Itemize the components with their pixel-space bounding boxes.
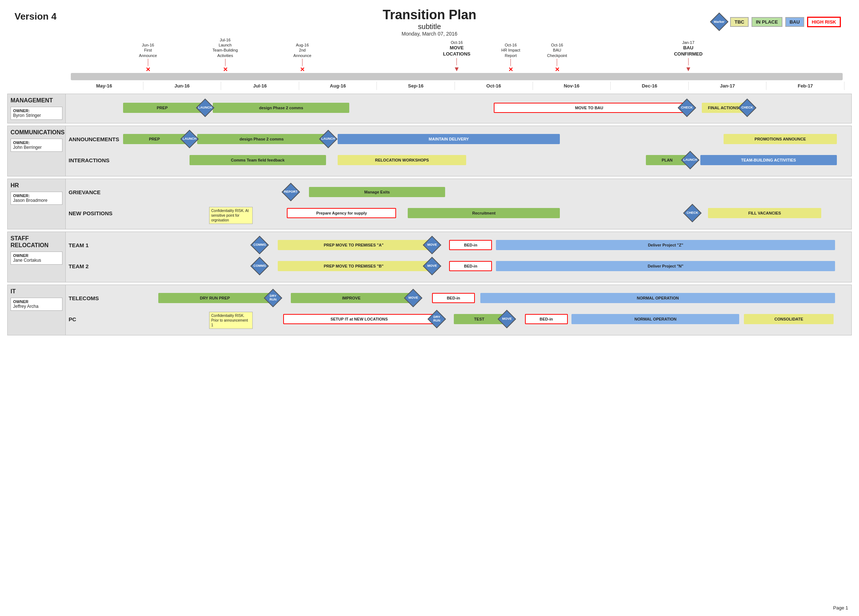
- timeline-month: Oct-16: [455, 82, 533, 90]
- section-label-hr: HROWNER:Jason Broadmore: [8, 179, 66, 229]
- gantt-bar: FILL VACANCIES: [708, 208, 821, 218]
- gantt-bar: MAINTAIN DELIVERY: [337, 134, 560, 144]
- legend-inplace: IN PLACE: [751, 17, 782, 27]
- timeline-month: Sep-16: [377, 82, 455, 90]
- timeline-section: Jun-16FirstAnnounce✕Jul-16LaunchTeam-Bui…: [7, 40, 852, 90]
- section-label-staff-relocation: STAFF RELOCATIONOWNERJane Cortakus: [8, 232, 66, 282]
- gantt-bar: Comms Team field feedback: [189, 155, 326, 165]
- section-content-it: TELECOMSDRY RUN PREPDRY RUNIMPROVEMOVEBE…: [66, 285, 851, 335]
- header-date: Monday, March 07, 2016: [7, 31, 852, 37]
- gantt-row: COMMSPREP MOVE TO PREMISES "B"MOVEBED-in…: [69, 258, 848, 274]
- section-it: ITOWNERJeffrey ArchaTELECOMSDRY RUN PREP…: [7, 285, 852, 335]
- sub-section: TEAM 2COMMSPREP MOVE TO PREMISES "B"MOVE…: [69, 258, 848, 277]
- timeline-month: Feb-17: [767, 82, 845, 90]
- section-management: MANAGEMENTOWNER:Byron StringerPREPLAUNCH…: [7, 94, 852, 123]
- gantt-bar: design Phase 2 comms: [213, 103, 349, 113]
- sub-section-label: GRIEVANCE: [69, 189, 101, 195]
- page-number: Page 1: [833, 605, 848, 611]
- diamond-marker: MOVE: [423, 257, 441, 276]
- gantt-bar: IMPROVE: [291, 293, 412, 303]
- gantt-bar: BED-in: [449, 261, 492, 271]
- diamond-marker: MOVE: [498, 310, 516, 329]
- gantt-row: DRY RUN PREPDRY RUNIMPROVEMOVEBED-inNORM…: [69, 290, 848, 306]
- sub-section: NEW POSITIONSConfidentiality RISK. At se…: [69, 205, 848, 224]
- gantt-bar: DRY RUN PREP: [158, 293, 271, 303]
- gantt-bar: BED-in: [432, 293, 475, 303]
- timeline-month: Nov-16: [533, 82, 611, 90]
- sections: MANAGEMENTOWNER:Byron StringerPREPLAUNCH…: [7, 94, 852, 335]
- section-content-staff-relocation: TEAM 1COMMSPREP MOVE TO PREMISES "A"MOVE…: [66, 232, 851, 282]
- diamond-marker: COMMS: [250, 236, 269, 254]
- timeline-months: May-16Jun-16Jul-16Aug-16Sep-16Oct-16Nov-…: [66, 82, 845, 90]
- section-content-communications: ANNOUNCEMENTSPREPLAUNCHdesign Phase 2 co…: [66, 126, 851, 176]
- diamond-marker: LAUNCH: [196, 99, 214, 117]
- sub-section: GRIEVANCEREPORTManage Exits: [69, 184, 848, 203]
- legend-bau: BAU: [785, 17, 804, 27]
- section-label-it: ITOWNERJeffrey Archa: [8, 285, 66, 335]
- owner-box: OWNERJeffrey Archa: [11, 298, 62, 311]
- milestone: Jun-16FirstAnnounce✕: [139, 42, 157, 73]
- sub-section-label: TEAM 2: [69, 263, 89, 269]
- section-hr: HROWNER:Jason BroadmoreGRIEVANCEREPORTMa…: [7, 179, 852, 229]
- section-title: COMMUNICATIONS: [11, 129, 62, 136]
- section-title: HR: [11, 182, 62, 189]
- sub-section-label: PC: [69, 316, 76, 322]
- milestone: Oct-16BAUCheckpoint✕: [547, 42, 567, 73]
- milestone: Oct-16MOVELOCATIONS▼: [443, 40, 470, 73]
- gantt-row: Confidentiality RISK. At sensitive point…: [69, 205, 848, 221]
- timeline-month: Jun-16: [144, 82, 222, 90]
- note-box: Confidentiality RISK. Prior to announcem…: [209, 312, 253, 329]
- diamond-marker: COMMS: [250, 257, 269, 276]
- timeline-bar: [71, 73, 843, 80]
- legend: Marker TBC IN PLACE BAU HIGH RISK: [711, 14, 841, 30]
- gantt-bar: CONSOLIDATE: [744, 314, 834, 324]
- timeline-month: Jul-16: [221, 82, 299, 90]
- sub-section: INTERACTIONSComms Team field feedbackREL…: [69, 152, 848, 171]
- diamond-marker: LAUNCH: [681, 151, 699, 170]
- sub-section-label: INTERACTIONS: [69, 157, 109, 163]
- header: Version 4 Transition Plan subtitle Monda…: [7, 7, 852, 37]
- timeline-month: Dec-16: [611, 82, 689, 90]
- owner-box: OWNER:Jason Broadmore: [11, 192, 62, 205]
- timeline-month: May-16: [66, 82, 144, 90]
- gantt-bar: Deliver Project "Z": [496, 240, 835, 250]
- gantt-bar: PREP MOVE TO PREMISES "B": [278, 261, 430, 271]
- gantt-row: PREPLAUNCHdesign Phase 2 commsMOVE TO BA…: [69, 100, 848, 116]
- section-label-management: MANAGEMENTOWNER:Byron Stringer: [8, 94, 66, 123]
- sub-section-label: TELECOMS: [69, 295, 99, 301]
- gantt-bar: SETUP IT at NEW LOCATIONS: [283, 314, 435, 324]
- section-title: MANAGEMENT: [11, 97, 62, 104]
- gantt-row: REPORTManage Exits: [69, 184, 848, 200]
- diamond-marker: REPORT: [282, 183, 300, 201]
- gantt-bar: PREP MOVE TO PREMISES "A": [278, 240, 430, 250]
- diamond-marker: MOVE: [404, 289, 423, 307]
- gantt-bar: NORMAL OPERATION: [480, 293, 835, 303]
- gantt-bar: NORMAL OPERATION: [572, 314, 739, 324]
- timeline-month: Aug-16: [299, 82, 377, 90]
- sub-section: TEAM 1COMMSPREP MOVE TO PREMISES "A"MOVE…: [69, 237, 848, 256]
- legend-marker: Marker: [714, 20, 725, 23]
- sub-section: PCConfidentiality RISK. Prior to announc…: [69, 311, 848, 330]
- gantt-bar: Recruitment: [408, 208, 560, 218]
- gantt-row: PREPLAUNCHdesign Phase 2 commsLAUNCHMAIN…: [69, 131, 848, 147]
- diamond-marker: CHECK: [683, 204, 702, 223]
- milestone-area: Jun-16FirstAnnounce✕Jul-16LaunchTeam-Bui…: [71, 40, 843, 73]
- diamond-marker: LAUNCH: [319, 130, 337, 148]
- page: Version 4 Transition Plan subtitle Monda…: [0, 0, 859, 616]
- gantt-bar: MOVE TO BAU: [494, 103, 685, 113]
- sub-section-label: ANNOUNCEMENTS: [69, 136, 119, 142]
- section-title: STAFF RELOCATION: [11, 235, 62, 249]
- gantt-bar: Prepare Agency for supply: [287, 208, 396, 218]
- gantt-row: Confidentiality RISK. Prior to announcem…: [69, 311, 848, 327]
- legend-tbc: TBC: [730, 17, 749, 27]
- diamond-marker: LAUNCH: [180, 130, 198, 148]
- diamond-marker: CHECK: [738, 99, 756, 117]
- section-staff-relocation: STAFF RELOCATIONOWNERJane CortakusTEAM 1…: [7, 232, 852, 282]
- milestone: Jan-17BAUCONFIRMED▼: [674, 40, 703, 73]
- diamond-marker: MOVE: [423, 236, 441, 254]
- diamond-marker: CHECK: [678, 99, 697, 117]
- sub-section: TELECOMSDRY RUN PREPDRY RUNIMPROVEMOVEBE…: [69, 290, 848, 309]
- version-label: Version 4: [14, 11, 57, 22]
- gantt-bar: PREP: [123, 103, 201, 113]
- section-label-communications: COMMUNICATIONSOWNER:John Berringer: [8, 126, 66, 176]
